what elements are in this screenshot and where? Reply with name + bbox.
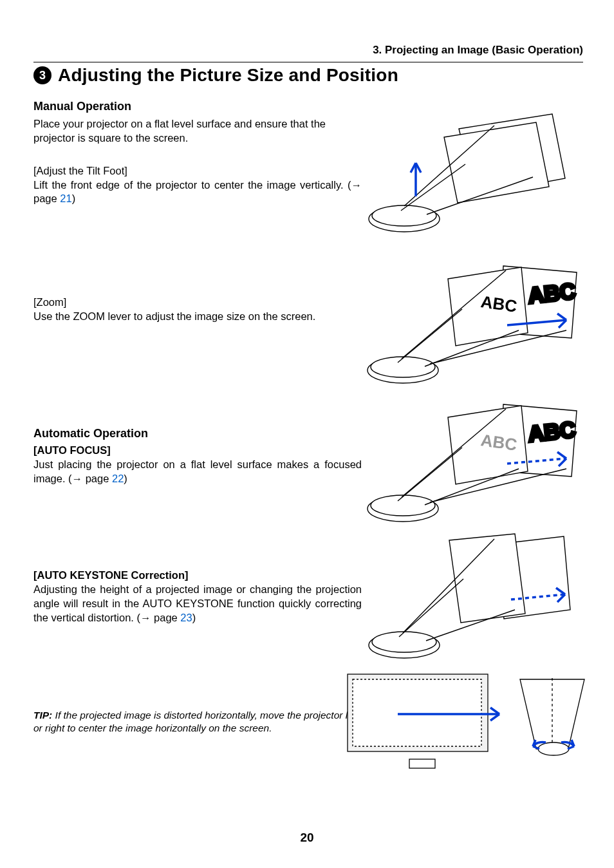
arrow-glyph: → <box>351 179 362 191</box>
figure-auto-focus: ABC ABC ABC <box>366 399 584 528</box>
figure-horizontal-center <box>340 666 597 776</box>
zoom-body: Use the ZOOM lever to adjust the image s… <box>33 310 362 324</box>
arrow-glyph: → <box>140 612 151 623</box>
section-title-text: Adjusting the Picture Size and Position <box>58 65 398 86</box>
zoom-label: [Zoom] <box>33 296 362 308</box>
chapter-header: 3. Projecting an Image (Basic Operation) <box>33 44 583 62</box>
figure-auto-keystone <box>366 533 578 661</box>
auto-operation-heading: Automatic Operation <box>33 427 362 440</box>
svg-rect-16 <box>409 759 435 768</box>
tilt-foot-body: Lift the front edge of the projector to … <box>33 178 362 207</box>
keystone-text-a: Adjusting the height of a projected imag… <box>33 583 362 623</box>
svg-text:ABC: ABC <box>527 417 577 446</box>
tip-paragraph: TIP: If the projected image is distorted… <box>33 709 362 735</box>
page-ref-23[interactable]: 23 <box>180 612 192 623</box>
svg-rect-15 <box>353 679 481 746</box>
tilt-foot-label: [Adjust the Tilt Foot] <box>33 165 362 177</box>
chapter-title: 3. Projecting an Image (Basic Operation) <box>33 44 583 57</box>
tilt-page-word: page <box>33 193 60 204</box>
page-ref-22[interactable]: 22 <box>112 473 124 484</box>
manual-operation-heading: Manual Operation <box>33 100 362 113</box>
tip-lead: TIP: <box>33 710 52 721</box>
svg-point-3 <box>371 357 435 377</box>
tilt-text-a: Lift the front edge of the projector to … <box>33 179 351 191</box>
page-number: 20 <box>0 831 614 845</box>
keystone-text-b: ) <box>192 612 196 623</box>
auto-keystone-label: [AUTO KEYSTONE Correction] <box>33 569 362 581</box>
manual-intro: Place your projector on a flat level sur… <box>33 117 362 146</box>
figure-zoom: ABC ABC ABC <box>366 261 584 390</box>
focus-text-b: ) <box>124 473 127 484</box>
auto-keystone-body: Adjusting the height of a projected imag… <box>33 583 362 625</box>
auto-focus-label: [AUTO FOCUS] <box>33 444 362 457</box>
svg-point-8 <box>371 495 435 516</box>
auto-focus-body: Just placing the projector on a flat lev… <box>33 458 362 486</box>
svg-text:ABC: ABC <box>527 278 577 307</box>
svg-point-17 <box>538 742 569 755</box>
tilt-text-b: ) <box>72 193 76 204</box>
section-title: 3 Adjusting the Picture Size and Positio… <box>33 65 583 86</box>
svg-point-13 <box>372 632 436 652</box>
tip-body: If the projected image is distorted hori… <box>33 710 358 733</box>
page-ref-21[interactable]: 21 <box>60 193 71 204</box>
section-number-bullet: 3 <box>33 66 51 84</box>
arrow-glyph: → <box>72 473 83 484</box>
keystone-page-word: page <box>151 612 180 623</box>
figure-tilt-foot <box>366 106 572 241</box>
focus-page-word: page <box>82 473 112 484</box>
